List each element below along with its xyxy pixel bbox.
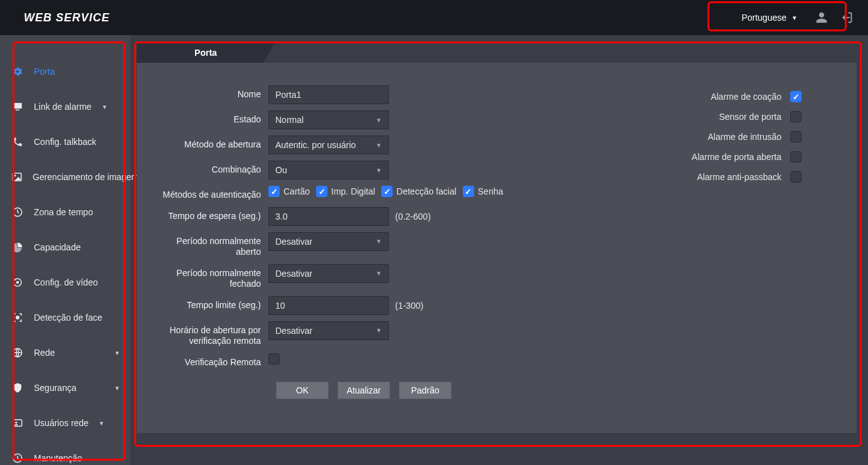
sidebar-item-time-zone[interactable]: Zona de tempo — [0, 195, 130, 230]
sidebar-item-porta[interactable]: Porta — [0, 54, 130, 89]
chevron-down-icon: ▾ — [115, 349, 119, 357]
svg-rect-0 — [13, 103, 22, 109]
state-select[interactable]: Normal▼ — [268, 110, 389, 129]
gear-icon — [11, 65, 24, 78]
name-label: Nome — [156, 85, 268, 100]
image-icon — [11, 171, 23, 183]
auth-methods-label: Métodos de autenticação — [156, 186, 268, 201]
user-icon[interactable] — [815, 11, 828, 24]
sidebar-item-label: Usuários rede — [34, 418, 88, 428]
caret-down-icon: ▼ — [376, 327, 382, 334]
sidebar-item-image-mgmt[interactable]: Gerenciamento de imagem — [0, 159, 130, 195]
caret-down-icon: ▼ — [376, 117, 382, 124]
svg-point-7 — [13, 279, 15, 281]
globe-icon — [11, 346, 24, 359]
select-value: Desativar — [275, 269, 312, 279]
select-value: Desativar — [275, 237, 312, 247]
norm-closed-label: Período normalmente fechado — [156, 264, 268, 290]
language-selector[interactable]: Portuguese ▾ — [735, 9, 803, 26]
alarm-door-sensor-label: Sensor de porta — [719, 112, 781, 122]
alarm-intrusion-checkbox[interactable] — [790, 131, 802, 142]
select-value: Normal — [275, 115, 304, 125]
svg-point-11 — [15, 422, 17, 424]
auth-card-label: Cartão — [283, 186, 310, 196]
sidebar-item-label: Porta — [34, 67, 55, 77]
sidebar-item-network[interactable]: Rede ▾ — [0, 335, 130, 370]
phone-icon — [11, 136, 24, 148]
brand-title: WEB SERVICE — [24, 11, 110, 24]
combination-label: Combinação — [156, 161, 268, 176]
main-content: Porta Nome Estado Normal▼ Método de aber… — [130, 35, 868, 465]
sidebar-item-security[interactable]: Segurança ▾ — [0, 370, 130, 405]
combination-select[interactable]: Ou▼ — [268, 161, 389, 179]
svg-point-6 — [16, 281, 19, 284]
wait-input[interactable] — [268, 207, 389, 226]
auth-pwd-label: Senha — [478, 186, 503, 196]
sidebar-item-alarm-link[interactable]: Link de alarme ▾ — [0, 89, 130, 124]
logout-icon[interactable] — [840, 11, 853, 24]
chevron-down-icon: ▾ — [100, 419, 103, 427]
sidebar-item-talkback[interactable]: Config. talkback — [0, 124, 130, 159]
shield-icon — [11, 382, 24, 394]
ok-button[interactable]: OK — [276, 382, 329, 399]
caret-down-icon: ▼ — [376, 238, 382, 245]
alarm-anti-passback-checkbox[interactable] — [790, 171, 802, 183]
alarm-duress-checkbox[interactable] — [790, 91, 802, 102]
caret-down-icon: ▼ — [376, 270, 382, 277]
timeout-hint: (1-300) — [395, 301, 423, 311]
sidebar-item-video[interactable]: Config. de vídeo — [0, 265, 130, 300]
select-value: Desativar — [275, 326, 312, 336]
norm-open-select[interactable]: Desativar▼ — [268, 232, 389, 251]
alarm-anti-passback-label: Alarme anti-passback — [697, 172, 781, 182]
button-label: Atualizar — [347, 385, 381, 395]
chevron-down-icon: ▾ — [115, 384, 119, 392]
video-icon — [11, 276, 24, 289]
wrench-icon — [11, 452, 24, 464]
remote-time-label: Horário de abertura por verificação remo… — [156, 321, 268, 347]
auth-pwd-checkbox[interactable] — [463, 186, 474, 197]
alarm-door-open-checkbox[interactable] — [790, 151, 802, 163]
sidebar-item-maintenance[interactable]: Manutenção — [0, 441, 130, 465]
tab-porta[interactable]: Porta — [137, 43, 275, 63]
svg-point-3 — [14, 174, 16, 176]
sidebar-item-face[interactable]: Detecção de face — [0, 300, 130, 335]
open-method-select[interactable]: Autentic. por usuário▼ — [268, 136, 389, 154]
auth-face-checkbox[interactable] — [381, 186, 393, 197]
sidebar-item-label: Rede — [34, 348, 55, 358]
button-label: OK — [296, 385, 309, 395]
alarm-door-sensor-checkbox[interactable] — [790, 111, 802, 122]
select-value: Ou — [275, 165, 287, 175]
clock-icon — [11, 206, 24, 218]
sidebar-item-users[interactable]: Usuários rede ▾ — [0, 405, 130, 441]
form-panel: Nome Estado Normal▼ Método de abertura A… — [137, 63, 857, 433]
top-bar: WEB SERVICE Portuguese ▾ — [0, 0, 868, 35]
pie-icon — [11, 241, 24, 254]
timeout-label: Tempo limite (seg.) — [156, 296, 268, 311]
sidebar-item-label: Config. talkback — [34, 137, 97, 147]
caret-down-icon: ▼ — [376, 167, 382, 174]
sidebar-item-label: Capacidade — [34, 242, 81, 252]
default-button[interactable]: Padrão — [399, 382, 452, 399]
sidebar-item-label: Manutenção — [34, 453, 82, 463]
refresh-button[interactable]: Atualizar — [337, 382, 390, 399]
sidebar-item-label: Detecção de face — [34, 313, 102, 323]
timeout-input[interactable] — [268, 296, 389, 315]
sidebar-item-capacity[interactable]: Capacidade — [0, 230, 130, 265]
chevron-down-icon: ▾ — [793, 14, 797, 22]
auth-card-checkbox[interactable] — [268, 186, 280, 197]
alarm-duress-label: Alarme de coação — [711, 92, 781, 102]
auth-finger-checkbox[interactable] — [316, 186, 327, 197]
alarm-intrusion-label: Alarme de intrusão — [707, 132, 781, 142]
button-label: Padrão — [411, 385, 439, 395]
remote-verify-checkbox[interactable] — [268, 353, 280, 365]
caret-down-icon: ▼ — [376, 142, 382, 149]
remote-time-select[interactable]: Desativar▼ — [268, 321, 389, 340]
norm-closed-select[interactable]: Desativar▼ — [268, 264, 389, 283]
name-input[interactable] — [268, 85, 389, 104]
monitor-icon — [11, 100, 24, 113]
svg-rect-1 — [16, 110, 19, 111]
open-method-label: Método de abertura — [156, 136, 268, 151]
face-scan-icon — [11, 311, 24, 324]
wait-hint: (0.2-600) — [395, 211, 431, 222]
language-label: Portuguese — [741, 13, 786, 23]
